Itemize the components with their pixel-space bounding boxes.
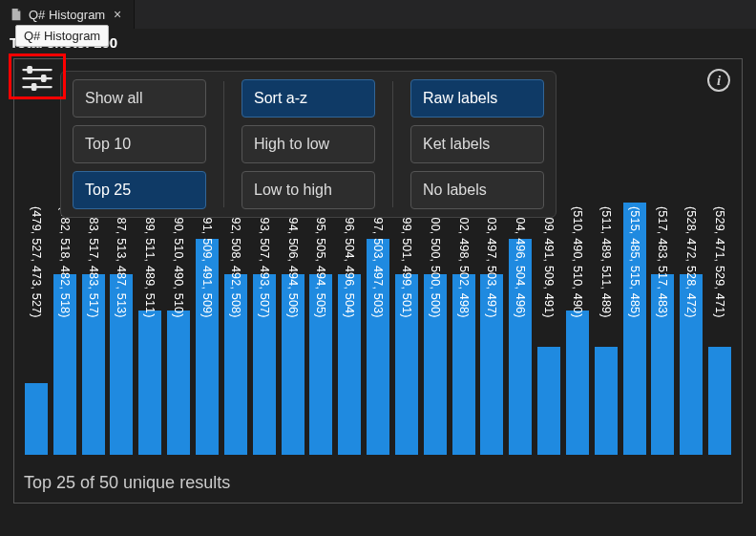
info-icon[interactable]: i xyxy=(707,69,730,92)
bar-col: (499, 501, 499, 501) xyxy=(394,203,419,455)
bar-label: (510, 490, 510, 490) xyxy=(571,206,584,318)
bar-label: (503, 497, 503, 497) xyxy=(485,206,498,318)
bar-label: (496, 504, 496, 504) xyxy=(343,206,356,318)
bar-col: (493, 507, 493, 507) xyxy=(252,203,277,455)
bar-col: (487, 513, 487, 513) xyxy=(110,203,135,455)
sort-group: Sort a-zHigh to lowLow to high xyxy=(242,79,375,209)
bar-label: (529, 471, 529, 471) xyxy=(713,206,726,318)
results-summary: Top 25 of 50 unique results xyxy=(24,473,230,493)
bar-col: (496, 504, 496, 504) xyxy=(337,203,362,455)
tab-strip: Q# Histogram × xyxy=(0,0,756,29)
bar-label: (479, 527, 473, 527) xyxy=(30,206,43,318)
bar-col: (483, 517, 483, 517) xyxy=(81,203,106,455)
bar-label: (482, 518, 482, 518) xyxy=(58,206,72,318)
bar-col: (504, 496, 504, 496) xyxy=(508,203,533,455)
bar-col: (503, 497, 503, 497) xyxy=(480,203,505,455)
bar[interactable] xyxy=(566,311,589,455)
options-popup: Show allTop 10Top 25 Sort a-zHigh to low… xyxy=(60,71,556,218)
filter-option-1[interactable]: Top 10 xyxy=(73,125,206,163)
labelmode-option-1[interactable]: Ket labels xyxy=(410,125,544,163)
labelmode-option-0[interactable]: Raw labels xyxy=(410,79,544,118)
bar-col: (511, 489, 511, 489) xyxy=(594,203,619,455)
bar-label: (528, 472, 528, 472) xyxy=(684,206,698,318)
bar-col: (482, 518, 482, 518) xyxy=(52,203,77,455)
tab-label: Q# Histogram xyxy=(29,8,105,22)
file-icon xyxy=(10,8,23,21)
bar-col: (517, 483, 517, 483) xyxy=(651,203,676,455)
bar-label: (492, 508, 492, 508) xyxy=(229,206,242,318)
bar-col: (529, 471, 529, 471) xyxy=(707,203,732,455)
popup-separator xyxy=(392,81,393,207)
chart-area: (479, 527, 473, 527)(482, 518, 482, 518)… xyxy=(24,203,732,455)
tab-tooltip: Q# Histogram xyxy=(15,25,109,47)
bar-label: (504, 496, 504, 496) xyxy=(514,206,527,318)
bar-col: (492, 508, 492, 508) xyxy=(223,203,248,455)
bar[interactable] xyxy=(138,311,161,455)
bar-col: (479, 527, 473, 527) xyxy=(24,203,49,455)
settings-icon[interactable] xyxy=(18,61,56,96)
bar-label: (502, 498, 502, 498) xyxy=(457,206,471,318)
filter-option-2[interactable]: Top 25 xyxy=(73,171,206,209)
bar-label: (495, 505, 494, 505) xyxy=(314,206,327,318)
bar-col: (495, 505, 494, 505) xyxy=(308,203,333,455)
bar-label: (491, 509, 491, 509) xyxy=(200,206,214,318)
bar-label: (493, 507, 493, 507) xyxy=(258,206,271,318)
bar[interactable] xyxy=(708,347,731,455)
bar-label: (515, 485, 515, 485) xyxy=(628,206,641,318)
bar-label: (489, 511, 489, 511) xyxy=(143,206,157,318)
labels-group: Raw labelsKet labelsNo labels xyxy=(410,79,544,209)
bar[interactable] xyxy=(167,311,190,455)
bar-label: (509, 491, 509, 491) xyxy=(542,206,556,318)
bar[interactable] xyxy=(25,383,48,455)
close-icon[interactable]: × xyxy=(111,7,124,22)
bar-label: (490, 510, 490, 510) xyxy=(172,206,185,318)
bar-label: (500, 500, 500, 500) xyxy=(429,206,442,318)
bar-label: (487, 513, 487, 513) xyxy=(115,206,128,318)
histogram-panel: i Show allTop 10Top 25 Sort a-zHigh to l… xyxy=(13,58,743,504)
bar-col: (502, 498, 502, 498) xyxy=(452,203,476,455)
bar-col: (489, 511, 489, 511) xyxy=(137,203,162,455)
filter-group: Show allTop 10Top 25 xyxy=(73,79,206,209)
bar-col: (510, 490, 510, 490) xyxy=(565,203,590,455)
svg-rect-3 xyxy=(28,67,32,74)
sort-option-0[interactable]: Sort a-z xyxy=(242,79,375,118)
bar-label: (494, 506, 494, 506) xyxy=(286,206,300,318)
bar-label: (499, 501, 499, 501) xyxy=(400,206,413,318)
bar-label: (497, 503, 497, 503) xyxy=(371,206,385,318)
bar-col: (509, 491, 509, 491) xyxy=(536,203,561,455)
bar-col: (528, 472, 528, 472) xyxy=(679,203,704,455)
bar-col: (497, 503, 497, 503) xyxy=(366,203,390,455)
total-shots-label: Total shots: 100 xyxy=(0,29,756,54)
svg-rect-5 xyxy=(32,84,36,91)
bar-col: (494, 506, 494, 506) xyxy=(281,203,305,455)
bar-label: (517, 483, 517, 483) xyxy=(656,206,669,318)
sort-option-2[interactable]: Low to high xyxy=(242,171,375,209)
popup-separator xyxy=(223,81,224,207)
bar-col: (515, 485, 515, 485) xyxy=(622,203,647,455)
bar[interactable] xyxy=(537,347,560,455)
bar-label: (483, 517, 483, 517) xyxy=(87,206,100,318)
bar-col: (491, 509, 491, 509) xyxy=(195,203,220,455)
bar-col: (490, 510, 490, 510) xyxy=(166,203,191,455)
bar-label: (511, 489, 511, 489) xyxy=(599,206,613,318)
svg-rect-4 xyxy=(42,75,47,82)
bar[interactable] xyxy=(595,347,618,455)
bar-col: (500, 500, 500, 500) xyxy=(423,203,448,455)
labelmode-option-2[interactable]: No labels xyxy=(410,171,544,209)
sort-option-1[interactable]: High to low xyxy=(242,125,375,163)
filter-option-0[interactable]: Show all xyxy=(73,79,206,118)
